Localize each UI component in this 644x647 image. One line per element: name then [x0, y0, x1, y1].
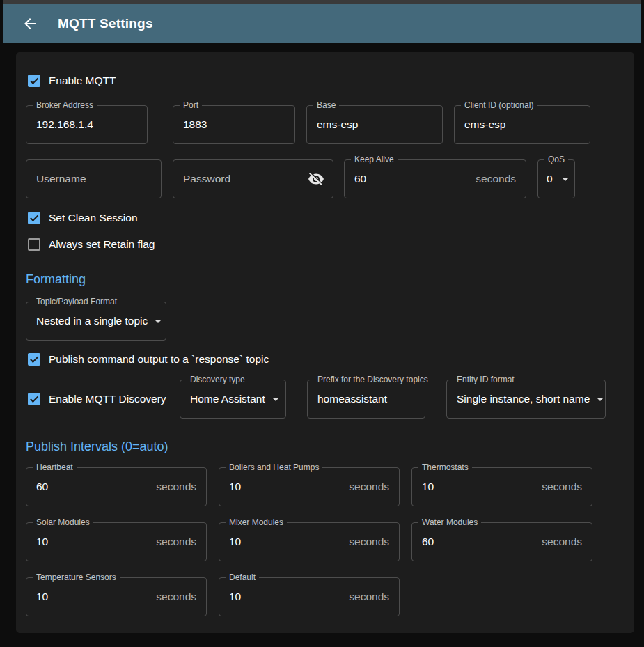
- field-label: Prefix for the Discovery topics: [314, 375, 432, 384]
- discovery-type-select[interactable]: Discovery type Home Assistant: [180, 380, 286, 419]
- field-label: Heartbeat: [33, 462, 77, 472]
- arrow-left-icon: [22, 15, 38, 32]
- field-label: Mixer Modules: [226, 517, 287, 527]
- heartbeat-interval-input[interactable]: [26, 468, 156, 506]
- checkbox-icon: [28, 353, 40, 366]
- select-value: Nested in a single topic: [36, 315, 148, 327]
- field-suffix: seconds: [349, 481, 399, 493]
- formatting-heading: Formatting: [26, 272, 625, 287]
- field-suffix: seconds: [476, 173, 526, 185]
- select-value: Home Assistant: [190, 393, 265, 405]
- checkbox-icon: [28, 212, 40, 224]
- field-label: Boilers and Heat Pumps: [226, 462, 322, 472]
- field-suffix: seconds: [349, 591, 399, 603]
- chevron-down-icon: [155, 320, 162, 323]
- field-label: Entity ID format: [453, 375, 518, 384]
- entity-id-format-select[interactable]: Entity ID format Single instance, short …: [446, 380, 606, 419]
- username-input[interactable]: [26, 160, 161, 198]
- field-label: Default: [226, 572, 259, 582]
- toggle-password-visibility-button[interactable]: [308, 171, 324, 187]
- publish-intervals-heading: Publish Intervals (0=auto): [26, 439, 625, 454]
- chevron-down-icon: [562, 178, 569, 181]
- interval-field-mixer-modules: Mixer Modulesseconds: [219, 522, 400, 561]
- default-interval-input[interactable]: [219, 578, 349, 616]
- checkbox-icon: [28, 393, 40, 405]
- checkbox-label: Always set Retain flag: [49, 238, 155, 251]
- interval-field-water-modules: Water Modulesseconds: [411, 522, 592, 561]
- interval-field-solar-modules: Solar Modulesseconds: [26, 522, 207, 561]
- field-label: Solar Modules: [33, 517, 93, 527]
- water-modules-interval-input[interactable]: [412, 523, 542, 561]
- interval-field-thermostats: Thermostatsseconds: [411, 467, 592, 506]
- client-id-field: Client ID (optional): [454, 105, 590, 144]
- field-label: Thermostats: [418, 462, 472, 472]
- interval-field-temperature-sensors: Temperature Sensorsseconds: [26, 577, 207, 616]
- checkbox-label: Set Clean Session: [49, 212, 138, 224]
- keep-alive-field: Keep Alive seconds: [344, 159, 526, 198]
- chevron-down-icon: [597, 398, 604, 401]
- checkbox-label: Enable MQTT: [49, 75, 116, 87]
- broker-address-field: Broker Address: [26, 105, 148, 144]
- interval-field-heartbeat: Heartbeatseconds: [26, 467, 207, 506]
- appbar: MQTT Settings: [3, 4, 641, 43]
- field-label: Base: [313, 100, 339, 110]
- discovery-prefix-field: Prefix for the Discovery topics: [307, 380, 425, 419]
- password-input[interactable]: [173, 160, 308, 198]
- checkbox-icon: [28, 75, 40, 87]
- port-input[interactable]: [173, 106, 294, 143]
- field-suffix: seconds: [542, 536, 592, 548]
- discovery-prefix-input[interactable]: [308, 380, 425, 418]
- checkbox-label: Enable MQTT Discovery: [49, 393, 166, 405]
- field-label: Topic/Payload Format: [33, 297, 120, 306]
- clean-session-checkbox[interactable]: Set Clean Session: [26, 212, 625, 224]
- page-title: MQTT Settings: [58, 16, 153, 31]
- broker-address-input[interactable]: [26, 106, 147, 143]
- field-label: Client ID (optional): [461, 100, 537, 110]
- field-suffix: seconds: [156, 481, 206, 493]
- field-label: QoS: [544, 155, 568, 164]
- topic-format-row: Topic/Payload Format Nested in a single …: [26, 302, 625, 341]
- client-id-input[interactable]: [455, 106, 590, 143]
- credentials-row: Keep Alive seconds QoS 0: [26, 159, 625, 198]
- visibility-off-icon: [308, 171, 324, 187]
- interval-field-boilers-heat-pumps: Boilers and Heat Pumpsseconds: [219, 467, 400, 506]
- select-value: 0: [547, 173, 553, 185]
- checkbox-label: Publish command output to a `response` t…: [49, 353, 269, 366]
- broker-settings-row: Broker Address Port Base Client ID (opti…: [26, 105, 625, 144]
- field-label: Temperature Sensors: [33, 572, 120, 582]
- field-label: Discovery type: [187, 375, 249, 384]
- field-suffix: seconds: [349, 536, 399, 548]
- port-field: Port: [173, 105, 295, 144]
- enable-mqtt-checkbox[interactable]: Enable MQTT: [26, 75, 625, 87]
- field-suffix: seconds: [156, 591, 206, 603]
- qos-select[interactable]: QoS 0: [537, 159, 575, 198]
- interval-field-default: Defaultseconds: [219, 577, 400, 616]
- enable-discovery-checkbox[interactable]: Enable MQTT Discovery: [26, 393, 180, 405]
- settings-card: Enable MQTT Broker Address Port Base Cli…: [16, 52, 634, 633]
- field-label: Water Modules: [418, 517, 481, 527]
- field-suffix: seconds: [542, 481, 592, 493]
- publish-response-checkbox[interactable]: Publish command output to a `response` t…: [26, 353, 625, 366]
- select-value: Single instance, short name: [457, 393, 590, 405]
- base-field: Base: [306, 105, 443, 144]
- retain-flag-checkbox[interactable]: Always set Retain flag: [26, 238, 625, 251]
- field-label: Broker Address: [33, 100, 97, 110]
- field-suffix: seconds: [156, 536, 206, 548]
- base-input[interactable]: [307, 106, 442, 143]
- boilers-heat-pumps-interval-input[interactable]: [219, 468, 349, 506]
- password-field: [173, 159, 333, 198]
- mixer-modules-interval-input[interactable]: [219, 523, 349, 561]
- field-label: Port: [180, 100, 202, 110]
- back-button[interactable]: [22, 15, 38, 32]
- field-label: Keep Alive: [351, 155, 398, 164]
- discovery-row: Enable MQTT Discovery Discovery type Hom…: [26, 380, 625, 419]
- solar-modules-interval-input[interactable]: [26, 523, 156, 561]
- publish-intervals-grid: HeartbeatsecondsBoilers and Heat Pumpsse…: [26, 467, 625, 616]
- username-field: [26, 159, 162, 198]
- topic-payload-format-select[interactable]: Topic/Payload Format Nested in a single …: [26, 302, 166, 341]
- keep-alive-input[interactable]: [345, 160, 476, 198]
- temperature-sensors-interval-input[interactable]: [26, 578, 156, 616]
- chevron-down-icon: [272, 398, 279, 401]
- checkbox-icon: [28, 238, 40, 251]
- thermostats-interval-input[interactable]: [412, 468, 542, 506]
